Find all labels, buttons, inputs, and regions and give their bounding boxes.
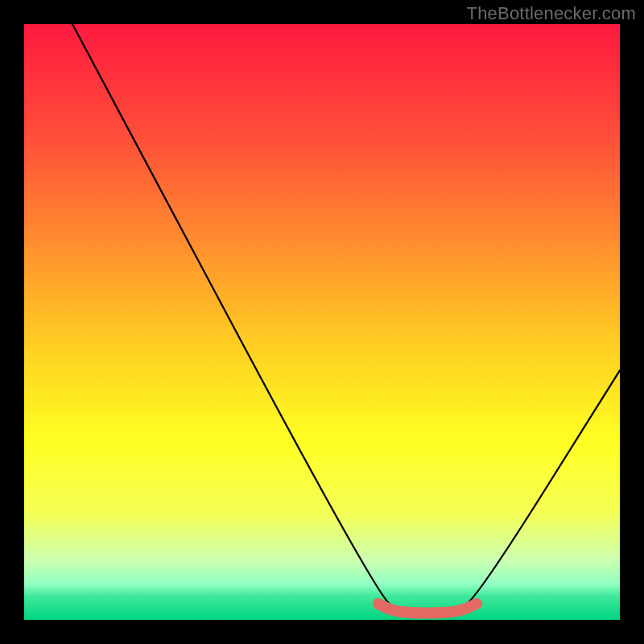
bottleneck-chart: [24, 24, 620, 620]
plot-area: [24, 24, 620, 620]
watermark-text: TheBottlenecker.com: [467, 3, 636, 24]
gradient-background: [24, 24, 620, 620]
chart-frame: TheBottlenecker.com: [0, 0, 644, 644]
